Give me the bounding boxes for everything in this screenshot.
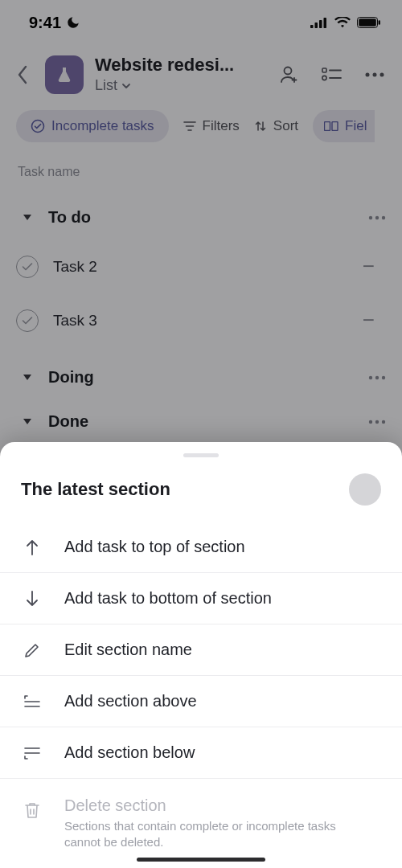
sheet-item-add-top[interactable]: Add task to top of section — [0, 522, 402, 573]
add-section-above-icon — [21, 694, 43, 710]
arrow-down-icon — [21, 590, 43, 608]
sheet-item-add-above[interactable]: Add section above — [0, 676, 402, 727]
sheet-item-label: Add section below — [64, 743, 195, 762]
sheet-item-subtitle: Sections that contain complete or incomp… — [64, 818, 370, 851]
sheet-title: The latest section — [21, 479, 349, 500]
sheet-item-label: Add task to top of section — [64, 538, 245, 556]
sheet-item-add-below[interactable]: Add section below — [0, 727, 402, 779]
sheet-item-label: Edit section name — [64, 641, 192, 659]
sheet-item-add-bottom[interactable]: Add task to bottom of section — [0, 573, 402, 624]
add-section-below-icon — [21, 745, 43, 761]
trash-icon — [21, 796, 43, 821]
arrow-up-icon — [21, 538, 43, 556]
sheet-grabber[interactable] — [183, 453, 219, 457]
sheet-item-label: Delete section — [64, 796, 370, 815]
home-indicator[interactable] — [137, 858, 265, 862]
sheet-corner-indicator — [349, 473, 381, 506]
pencil-icon — [21, 641, 43, 659]
sheet-item-delete: Delete section Sections that contain com… — [0, 779, 402, 868]
section-actions-sheet: The latest section Add task to top of se… — [0, 442, 402, 868]
sheet-item-label: Add task to bottom of section — [64, 589, 272, 608]
sheet-item-label: Add section above — [64, 692, 197, 710]
sheet-item-edit[interactable]: Edit section name — [0, 624, 402, 676]
